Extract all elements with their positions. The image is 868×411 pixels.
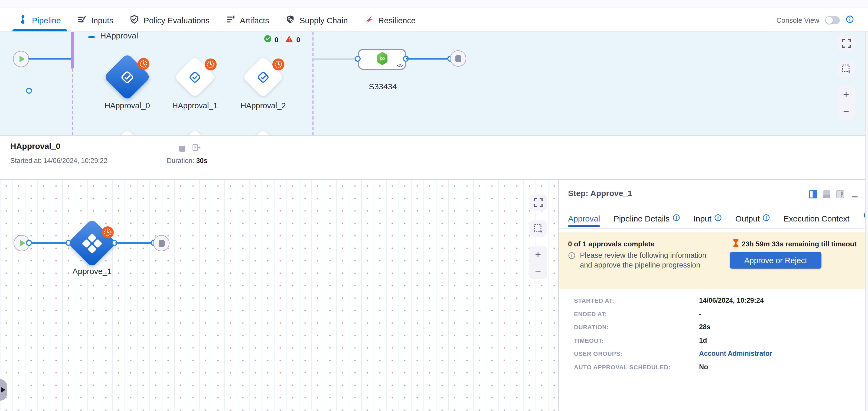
connector-dot (355, 56, 361, 62)
edge-line (115, 242, 154, 244)
info-icon (672, 214, 680, 223)
user-group-link[interactable]: Account Administrator (699, 350, 772, 357)
step-node-label[interactable]: Approve_1 (57, 266, 127, 276)
approval-diamonds-icon (82, 233, 102, 253)
step-node-label[interactable]: HApproval_1 (160, 101, 230, 110)
approve-or-reject-button[interactable]: Approve or Reject (730, 252, 822, 268)
step-node-clipped[interactable] (106, 129, 149, 135)
field-value: 14/06/2024, 10:29:24 (699, 297, 764, 304)
step-node-clipped[interactable] (174, 129, 216, 135)
tab-supply-chain[interactable]: Supply Chain (285, 9, 348, 31)
timeout-remaining: 23h 59m 33s remaining till timeout (732, 239, 857, 249)
stop-icon (455, 55, 461, 62)
harness-hexagon-icon: ∞ (376, 51, 388, 67)
tab-input[interactable]: Input (693, 211, 722, 225)
step-node-approve-1[interactable] (67, 219, 117, 267)
shield-chain-icon (285, 14, 295, 26)
stage-node-s33434[interactable]: ∞ </> (358, 49, 406, 70)
timeout-clock-badge (102, 226, 114, 238)
graph-end-node[interactable] (153, 235, 169, 251)
summary-title: HApproval_0 (10, 141, 60, 151)
stop-icon (158, 240, 164, 247)
skip-icon (192, 144, 201, 154)
window-top-strip (0, 0, 868, 8)
summary-duration: Duration: 30s (167, 157, 207, 165)
step-node-label[interactable]: HApproval_2 (228, 101, 298, 110)
field-label: DURATION: (574, 324, 699, 330)
tab-pipeline[interactable]: Pipeline (18, 9, 61, 31)
console-view-toggle[interactable] (825, 16, 840, 24)
field-value: - (699, 310, 701, 318)
edge-line (406, 58, 451, 60)
fullscreen-button[interactable] (837, 35, 855, 52)
tab-inputs-label: Inputs (91, 15, 114, 25)
field-value: 28s (699, 323, 710, 331)
field-value: 1d (699, 337, 707, 344)
tab-policy-evaluations[interactable]: Policy Evaluations (130, 9, 210, 31)
tab-pipeline-details[interactable]: Pipeline Details (614, 211, 680, 225)
split-view-icon[interactable] (809, 190, 818, 201)
tab-artifacts[interactable]: Artifacts (226, 9, 269, 31)
refresh-icon (863, 211, 866, 221)
pipeline-graph-canvas[interactable]: HApproval 0 0 HApproval_0 HApproval_1 HA… (0, 32, 865, 135)
tab-pipeline-label: Pipeline (32, 15, 61, 25)
zoom-in-button[interactable]: + (837, 86, 855, 103)
tab-inputs[interactable]: Inputs (77, 9, 114, 31)
approvals-progress: 0 of 1 approvals complete (568, 240, 654, 248)
list-plus-icon (226, 14, 236, 26)
stage-node-label[interactable]: S33434 (348, 82, 418, 91)
field-label: USER GROUPS: (574, 350, 699, 357)
tab-artifacts-label: Artifacts (240, 15, 269, 25)
stop-state-icon (179, 146, 185, 152)
step-detail-fields: STARTED AT:14/06/2024, 10:29:24 ENDED AT… (574, 297, 860, 376)
approval-step-icon (120, 70, 134, 84)
toggle-knob (826, 17, 833, 24)
step-node-label[interactable]: HApproval_0 (92, 101, 162, 110)
approval-message: Please review the following information … (580, 251, 733, 270)
timeout-clock-badge (137, 58, 150, 70)
hourglass-icon (732, 239, 739, 249)
pipeline-execution-page: Pipeline Inputs Policy Evaluations Artif… (0, 0, 868, 411)
edge-line (30, 242, 69, 244)
tab-policy-evaluations-label: Policy Evaluations (144, 15, 210, 25)
selection-marquee-button[interactable] (837, 61, 855, 77)
bottom-view-icon[interactable] (823, 190, 831, 201)
info-icon (714, 214, 722, 223)
step-graph-canvas[interactable]: Approve_1 + − (0, 180, 559, 411)
collapse-minus-icon[interactable] (88, 36, 95, 38)
pipeline-start-node[interactable] (13, 51, 29, 67)
panel-tabs: Approval Pipeline Details Input Output E… (568, 211, 865, 228)
tab-approval[interactable]: Approval (568, 211, 600, 225)
zoom-out-button[interactable]: − (529, 263, 547, 279)
stage-boundary-dashed-right (312, 32, 313, 135)
tab-execution-context[interactable]: Execution Context (783, 211, 849, 225)
tab-resilience[interactable]: Resilience (364, 9, 415, 31)
zoom-out-button[interactable]: − (837, 103, 855, 120)
tab-output[interactable]: Output (735, 211, 770, 225)
vertical-scrollbar[interactable] (865, 32, 868, 411)
pipeline-end-node[interactable] (450, 50, 466, 67)
tab-supply-chain-label: Supply Chain (300, 15, 348, 25)
fullscreen-button[interactable] (529, 194, 547, 211)
step-node-clipped[interactable] (242, 129, 284, 135)
minimize-icon[interactable] (852, 190, 858, 200)
expand-panel-handle[interactable] (0, 379, 7, 401)
info-icon[interactable] (846, 15, 854, 25)
edge-line-gray (313, 59, 358, 60)
selection-marquee-button[interactable] (529, 220, 547, 236)
refresh-button[interactable]: Re (863, 211, 866, 221)
success-count: 0 (275, 35, 278, 43)
inputs-icon (77, 14, 87, 26)
approval-step-icon (256, 70, 270, 84)
play-icon (20, 240, 25, 246)
right-view-icon[interactable] (836, 190, 845, 201)
field-row: USER GROUPS:Account Administrator (574, 350, 860, 357)
panel-title: Step: Approve_1 (568, 188, 632, 198)
stage-boundary-bar (71, 32, 74, 69)
play-icon (19, 56, 25, 62)
connector-dot (26, 240, 32, 246)
zoom-in-button[interactable]: + (529, 246, 547, 263)
stage-title[interactable]: HApproval (100, 32, 138, 40)
stage-header: HApproval (88, 34, 138, 40)
field-row: AUTO APPROVAL SCHEDULED:No (574, 363, 860, 371)
